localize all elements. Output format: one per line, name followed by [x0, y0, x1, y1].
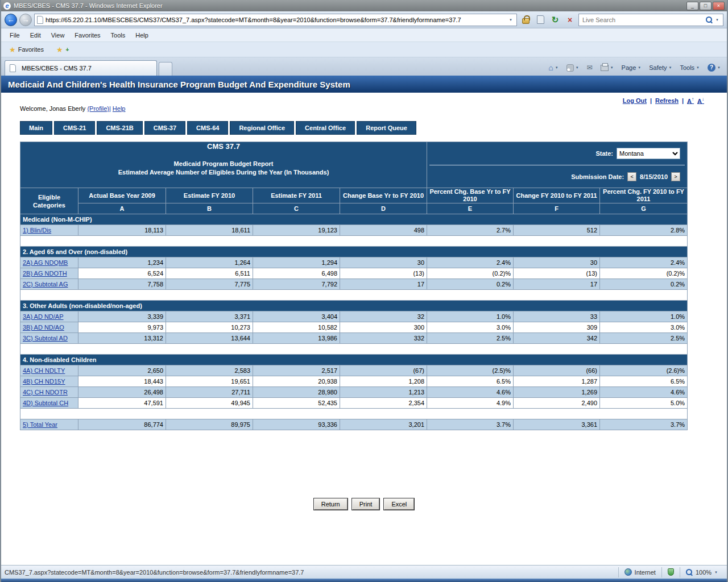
table-row: 3B) AD ND/AO9,97310,27310,5823003.0%3093…	[20, 322, 688, 333]
column-letter-row: ABCDEFG	[20, 203, 688, 214]
help-menu[interactable]: ?▼	[705, 63, 723, 73]
search-input[interactable]	[582, 16, 706, 23]
url-input[interactable]	[46, 16, 506, 23]
return-button[interactable]: Return	[314, 498, 348, 510]
row-link-3c-subtotal-ad[interactable]: 3C) Subtotal AD	[23, 335, 68, 342]
safety-menu[interactable]: Safety▼	[646, 63, 675, 72]
print-button[interactable]: ▼	[598, 64, 617, 72]
state-select[interactable]: Montana	[617, 148, 680, 159]
nav-tab-cms-21b[interactable]: CMS-21B	[97, 121, 142, 135]
printer-icon	[601, 65, 609, 71]
row-link-2b-ag-ndoth[interactable]: 2B) AG NDOTH	[23, 270, 67, 277]
value-cell: 5.0%	[600, 398, 688, 409]
row-label-cell: 2B) AG NDOTH	[20, 268, 78, 279]
add-favorites-button[interactable]: ★+	[53, 44, 73, 55]
read-mail-button[interactable]: ✉	[584, 63, 595, 73]
search-dropdown[interactable]: ▼	[713, 14, 722, 26]
nav-tab-cms-37[interactable]: CMS-37	[144, 121, 185, 135]
row-link-5-total-year[interactable]: 5) Total Year	[23, 421, 57, 428]
value-cell: 1,294	[253, 257, 340, 268]
row-link-4c-ch-ndotr[interactable]: 4C) CH NDOTR	[23, 389, 68, 396]
tools-menu[interactable]: Tools▼	[677, 63, 702, 72]
row-label-cell: 4C) CH NDOTR	[20, 387, 78, 398]
menu-favorites[interactable]: Favorites	[69, 30, 105, 40]
row-link-1-blin-dis[interactable]: 1) Blin/Dis	[23, 227, 51, 234]
page-menu[interactable]: Page▼	[619, 63, 644, 72]
excel-button[interactable]: Excel	[384, 498, 414, 510]
font-increase-button[interactable]: A↑	[687, 97, 694, 105]
refresh-link[interactable]: Refresh	[655, 97, 679, 104]
row-label-cell: 2C) Subtotal AG	[20, 279, 78, 290]
value-cell: (13)	[340, 268, 427, 279]
menu-tools[interactable]: Tools	[106, 30, 131, 40]
nav-tab-main[interactable]: Main	[20, 121, 52, 135]
value-cell: 93,336	[253, 419, 340, 430]
refresh-button[interactable]: ↻	[549, 14, 561, 26]
nav-tab-report-queue[interactable]: Report Queue	[357, 121, 416, 135]
table-row: 4A) CH NDLTY2,6502,5832,517(67)(2.5)%(66…	[20, 365, 688, 376]
footer-buttons: ReturnPrintExcel	[1, 498, 727, 510]
search-icon[interactable]	[706, 16, 713, 23]
status-text: CMS37_7.aspx?statecode=MT&month=8&year=2…	[5, 569, 618, 576]
address-history-dropdown[interactable]: ▼	[506, 14, 515, 26]
section-header: 4. Non-disabled Children	[20, 355, 688, 365]
certificate-icon[interactable]	[519, 14, 532, 26]
stop-button[interactable]: ×	[564, 14, 576, 26]
col-letter-c: C	[253, 203, 340, 214]
search-box: ▼	[578, 14, 723, 26]
submission-prev-button[interactable]: <	[627, 172, 636, 181]
help-link[interactable]: Help	[113, 105, 126, 112]
menu-file[interactable]: File	[5, 30, 25, 40]
row-link-2c-subtotal-ag[interactable]: 2C) Subtotal AG	[23, 281, 68, 288]
zoom-dropdown-icon[interactable]: ▼	[714, 571, 718, 574]
row-link-2a-ag-ndqmb[interactable]: 2A) AG NDQMB	[23, 259, 68, 266]
col-letter-g: G	[600, 203, 688, 214]
favorites-button[interactable]: ★ Favorites	[5, 44, 48, 55]
table-row: 4D) Subtotal CH47,59149,94552,4352,3544.…	[20, 398, 688, 409]
value-cell: 309	[514, 322, 600, 333]
print-button[interactable]: Print	[352, 498, 380, 510]
spacer-row	[20, 236, 688, 247]
row-link-3a-ad-nd-ap[interactable]: 3A) AD ND/AP	[23, 313, 64, 320]
value-cell: 17	[340, 279, 427, 290]
font-decrease-button[interactable]: A↓	[697, 97, 704, 105]
nav-tab-cms-64[interactable]: CMS-64	[187, 121, 228, 135]
close-button[interactable]: ×	[713, 2, 725, 10]
feeds-button[interactable]: ▼	[564, 63, 582, 73]
row-link-4a-ch-ndlty[interactable]: 4A) CH NDLTY	[23, 367, 65, 374]
col-header-f: Change FY 2010 to FY 2011	[514, 188, 600, 203]
spacer-cell	[20, 290, 688, 301]
zoom-icon	[686, 569, 693, 576]
report-title: Medicaid Program Budget Report	[23, 160, 424, 168]
row-link-4d-subtotal-ch[interactable]: 4D) Subtotal CH	[23, 400, 68, 406]
zoom-control[interactable]: 100% ▼	[680, 567, 723, 577]
report-table: CMS 37.7 Medicaid Program Budget Report …	[20, 142, 688, 430]
submission-next-button[interactable]: >	[671, 172, 680, 181]
compatibility-view-button[interactable]	[534, 14, 547, 26]
forward-button[interactable]: →	[19, 14, 32, 26]
nav-tab-regional-office[interactable]: Regional Office	[230, 121, 294, 135]
home-button[interactable]: ⌂▼	[545, 62, 561, 73]
minimize-button[interactable]: _	[686, 2, 698, 10]
menu-edit[interactable]: Edit	[25, 30, 46, 40]
value-cell: 2,490	[514, 398, 600, 409]
maximize-button[interactable]: □	[700, 2, 712, 10]
col-header-g: Percent Chg. FY 2010 to FY 2011	[600, 188, 688, 203]
row-link-3b-ad-nd-ao[interactable]: 3B) AD ND/AO	[23, 324, 64, 331]
menu-view[interactable]: View	[46, 30, 70, 40]
back-button[interactable]: ←	[5, 14, 17, 26]
browser-tab[interactable]: MBES/CBES - CMS 37.7	[5, 60, 157, 76]
logout-link[interactable]: Log Out	[623, 97, 647, 104]
table-row: 1) Blin/Dis18,11318,61119,1234982.7%5122…	[20, 225, 688, 236]
profile-link[interactable]: (Profile)|	[87, 105, 110, 112]
row-link-4b-ch-nd15y[interactable]: 4B) CH ND15Y	[23, 378, 65, 385]
report-title-row: CMS 37.7 Medicaid Program Budget Report …	[20, 142, 688, 188]
tab-stub[interactable]	[159, 62, 172, 76]
nav-tab-cms-21[interactable]: CMS-21	[54, 121, 95, 135]
value-cell: 0.2%	[600, 279, 688, 290]
menu-help[interactable]: Help	[130, 30, 154, 40]
value-cell: 1,264	[166, 257, 253, 268]
value-cell: 498	[340, 225, 427, 236]
nav-tab-central-office[interactable]: Central Office	[296, 121, 355, 135]
value-cell: 2.8%	[600, 225, 688, 236]
